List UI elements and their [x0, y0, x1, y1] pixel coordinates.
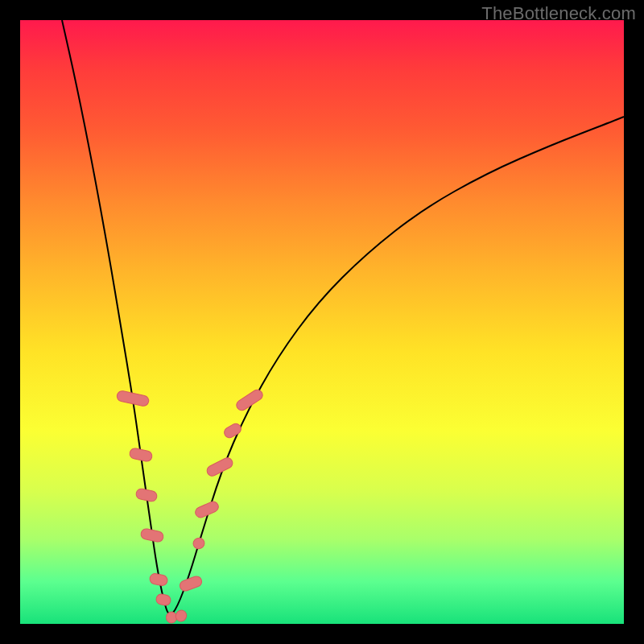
bead [135, 488, 158, 502]
bead [129, 448, 153, 463]
bead [140, 528, 164, 543]
bead [179, 575, 204, 592]
bead [155, 593, 171, 606]
bottleneck-plot [20, 20, 624, 624]
bead [149, 572, 168, 586]
bead [167, 612, 177, 623]
chart-frame [20, 20, 624, 624]
watermark-label: TheBottleneck.com [481, 3, 636, 24]
bottleneck-curve [62, 20, 624, 614]
bead [222, 422, 243, 440]
bead [205, 456, 234, 477]
bead [192, 536, 206, 550]
